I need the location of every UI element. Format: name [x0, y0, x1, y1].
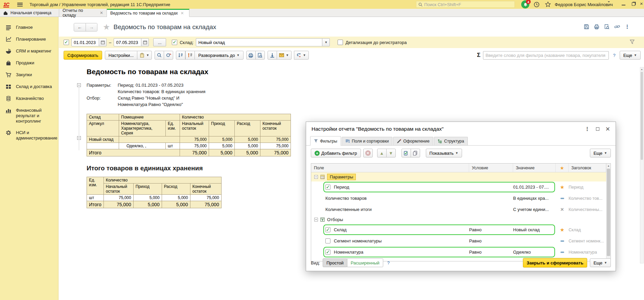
search-input[interactable] — [424, 2, 512, 7]
main-menu-icon[interactable] — [17, 3, 23, 6]
view-advanced-button[interactable]: Расширенный — [347, 258, 383, 267]
sum-indicator[interactable]: Σ — [477, 52, 480, 59]
star-marker-icon[interactable]: ★ — [560, 184, 564, 190]
collapse-icon[interactable] — [314, 218, 318, 221]
generate-button[interactable]: Сформировать — [64, 51, 102, 60]
current-user[interactable]: Федоров Борис Михайлович — [555, 2, 613, 7]
close-tab-icon[interactable]: ✕ — [100, 10, 103, 15]
history-button[interactable] — [533, 1, 540, 8]
tab-home[interactable]: Начальная страница — [0, 9, 59, 17]
date-to-input[interactable] — [114, 38, 141, 46]
find-button[interactable] — [155, 51, 164, 60]
window-close-button[interactable]: × — [640, 1, 643, 6]
move-up-button[interactable]: ▲ — [377, 149, 387, 157]
print-icon[interactable] — [594, 24, 599, 29]
detail-checkbox[interactable] — [338, 40, 343, 45]
expand-groups-button[interactable] — [185, 51, 195, 60]
date-from-input[interactable] — [71, 38, 99, 46]
column-header[interactable]: Поле — [311, 164, 469, 172]
row-checkbox[interactable] — [325, 185, 330, 190]
column-header[interactable]: Заголовок — [569, 164, 606, 172]
footer-more-button[interactable]: Еще ▼ — [590, 258, 611, 267]
filter-row-segment[interactable]: Сегмент номенклатуры Равно Сегмент номен… — [311, 235, 606, 247]
filter-settings-button[interactable] — [630, 40, 635, 45]
close-and-generate-button[interactable]: Закрыть и сформировать — [523, 258, 587, 267]
group-row-selections[interactable]: Отборы — [311, 215, 606, 224]
sidebar-item-purchases[interactable]: Закупки — [0, 69, 58, 81]
send-button[interactable]: ▼ — [277, 51, 292, 60]
tab-fields-sorting[interactable]: Поля и сортировки — [342, 137, 392, 145]
favorite-star-icon[interactable]: ★ — [103, 24, 110, 30]
calendar-button[interactable] — [99, 38, 107, 46]
remove-filter-button[interactable]: ✕ — [363, 149, 373, 157]
move-down-button[interactable]: ▼ — [386, 149, 396, 157]
dialog-menu-icon[interactable]: ⋮ — [585, 126, 590, 132]
tab-appearance[interactable]: Оформление — [393, 137, 433, 145]
column-header-star-icon[interactable]: ★ — [556, 164, 569, 172]
total-row[interactable]: Итого 75,000 5,000 5,000 75,000 — [87, 201, 222, 208]
column-header[interactable]: Значение — [513, 164, 556, 172]
settings-button[interactable]: Настройки... — [105, 51, 138, 60]
scroll-thumb[interactable] — [607, 169, 610, 256]
dropdown-button[interactable]: ▼ — [322, 38, 330, 46]
sidebar-item-finance[interactable]: Финансовый результат и контроллинг — [0, 105, 58, 127]
cancel-search-button[interactable] — [164, 51, 173, 60]
content-scrollbar[interactable]: ▲ — [640, 67, 644, 263]
sidebar-item-crm[interactable]: CRM и маркетинг — [0, 45, 58, 57]
scroll-up-icon[interactable]: ▲ — [640, 67, 643, 71]
star-marker-icon[interactable]: ★ — [560, 227, 564, 233]
warehouse-input[interactable] — [196, 38, 322, 46]
filter-row-quantity-totals[interactable]: Количественные итоги С учетом едини... ×… — [311, 204, 606, 215]
show-button[interactable]: Показывать ▼ — [426, 149, 462, 157]
close-tab-icon[interactable]: ✕ — [181, 11, 184, 16]
sidebar-item-admin[interactable]: НСИ и администрирование — [0, 127, 58, 144]
favorites-button[interactable] — [545, 1, 551, 8]
user-menu-icon[interactable] — [608, 2, 614, 7]
filter-row-goods-count[interactable]: Количество товаров В единицах хра... Кол… — [311, 193, 606, 204]
grid-scrollbar[interactable]: ▲ ▼ — [606, 164, 611, 261]
check-all-button[interactable] — [401, 149, 411, 157]
print-preview-icon[interactable] — [604, 24, 610, 29]
scroll-thumb[interactable] — [641, 72, 643, 160]
report-variants-button[interactable]: ▼ — [294, 51, 309, 60]
tab-structure[interactable]: Структура — [434, 137, 468, 145]
window-minimize-button[interactable] — [622, 5, 625, 5]
collapse-groups-button[interactable] — [176, 51, 185, 60]
period-variants-button[interactable]: ... — [153, 38, 166, 46]
expand-to-button[interactable]: Разворачивать до ▼ — [194, 51, 243, 60]
quick-filter-input[interactable] — [483, 51, 609, 60]
window-restore-button[interactable] — [632, 2, 635, 6]
warehouse-checkbox[interactable] — [172, 40, 177, 45]
notifications-button[interactable]: 4 — [521, 0, 529, 8]
table-row[interactable]: шт 75,000 5,000 5,000 75,000 — [87, 195, 222, 201]
back-button[interactable]: ← — [74, 23, 86, 31]
dialog-maximize-button[interactable] — [596, 127, 599, 131]
more-button[interactable]: Еще ▼ — [620, 51, 641, 60]
table-row[interactable]: Одеялко, , шт 75,000 5,000 5,000 75,000 — [87, 143, 291, 149]
save-icon[interactable] — [584, 24, 589, 29]
copy-button[interactable] — [411, 149, 420, 157]
sidebar-item-planning[interactable]: Планирование — [0, 34, 58, 45]
global-search[interactable] — [416, 1, 515, 8]
preview-button[interactable] — [255, 51, 265, 60]
print-button[interactable] — [246, 51, 256, 60]
group-row-parameters[interactable]: Параметры — [311, 172, 606, 181]
column-header[interactable]: Условие — [469, 164, 513, 172]
dialog-more-button[interactable]: Еще ▼ — [590, 149, 611, 157]
period-checkbox[interactable] — [64, 40, 69, 45]
sidebar-item-main[interactable]: Главное — [0, 22, 58, 34]
forward-button[interactable]: → — [86, 23, 97, 31]
total-row[interactable]: Итого 75,000 5,000 5,000 75,000 — [87, 149, 291, 156]
tab-goods-statement[interactable]: Ведомость по товарам на складах ✕ — [107, 9, 189, 17]
row-checkbox[interactable] — [325, 227, 330, 232]
dash-marker-icon[interactable] — [560, 198, 564, 199]
view-simple-button[interactable]: Простой — [323, 258, 347, 267]
table-row[interactable]: Новый склад 75,000 5,000 5,000 75,000 — [87, 136, 291, 143]
settings-variants-button[interactable]: ▼ — [137, 51, 152, 60]
scroll-up-icon[interactable]: ▲ — [606, 164, 611, 168]
filter-row-period[interactable]: Период 01.01.2023 - 07.... ★ Период — [311, 181, 606, 193]
x-marker-icon[interactable]: × — [560, 207, 564, 212]
filter-row-warehouse[interactable]: Склад Равно Новый склад ★ Склад — [311, 224, 606, 235]
more-actions-icon[interactable]: ⋮ — [625, 24, 630, 30]
sidebar-item-sales[interactable]: Продажи — [0, 57, 58, 69]
